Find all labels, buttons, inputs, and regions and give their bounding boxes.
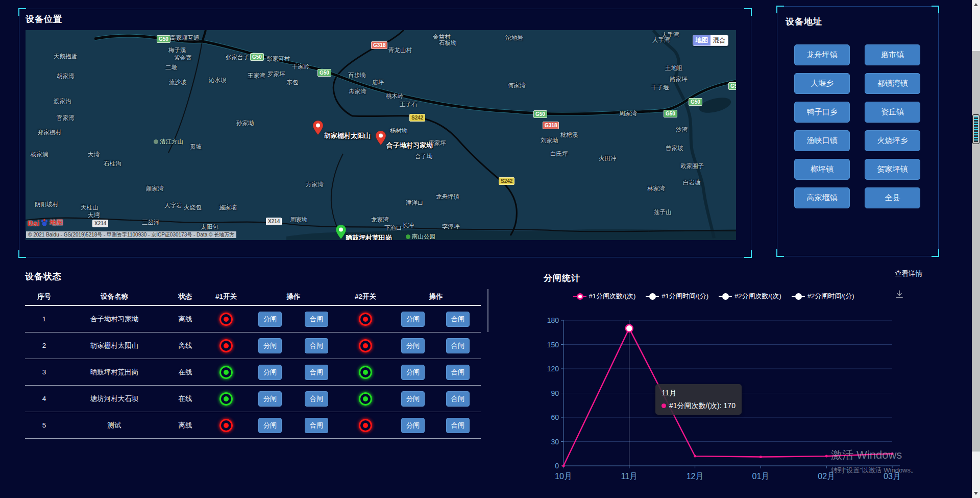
svg-text:120: 120: [547, 365, 559, 373]
baidu-logo-text: Bai: [28, 219, 39, 227]
map-place-label: 渡家沟: [54, 98, 71, 105]
map-type-map[interactable]: 地图: [693, 35, 710, 45]
legend-item-4[interactable]: #2分闸时间/(分): [792, 292, 854, 301]
address-button-12[interactable]: 全县: [865, 187, 920, 208]
map-place-label: 林家湾: [647, 185, 665, 193]
map-place-label: 火田冲: [599, 155, 617, 162]
map-place-label: 白岩塘: [683, 179, 701, 186]
open-switch-button[interactable]: 分闸: [401, 338, 425, 353]
cell-index: 2: [25, 342, 63, 349]
map-place-label: 天鹅抱蛋: [54, 53, 77, 60]
address-button-1[interactable]: 龙舟坪镇: [794, 44, 850, 65]
map-place-label: 人字岩: [164, 202, 182, 209]
cell-index: 3: [25, 368, 63, 376]
legend-item-1[interactable]: #1分闸次数/(次): [573, 292, 636, 301]
corner-decoration: [776, 6, 784, 13]
map-place-label: 曾家坡: [666, 145, 683, 152]
map-poi: 清江方山: [154, 138, 183, 146]
table-scrollbar[interactable]: [487, 289, 488, 332]
cell-status: 在线: [165, 394, 205, 404]
legend-label: #1分闸次数/(次): [589, 292, 636, 301]
close-switch-button[interactable]: 合闸: [446, 365, 470, 380]
map-copyright: © 2021 Baidu - GS(2019)5218号 - 甲测资字11009…: [26, 231, 236, 238]
address-button-3[interactable]: 大堰乡: [794, 73, 850, 94]
download-icon[interactable]: [894, 289, 904, 299]
address-button-5[interactable]: 鸭子口乡: [794, 102, 850, 123]
close-switch-button[interactable]: 合闸: [446, 418, 470, 433]
device-pin-label: 晒鼓坪村荒田岗: [346, 233, 392, 240]
scrollbar-marker-widget[interactable]: [972, 114, 979, 144]
status-indicator: [219, 366, 233, 379]
table-row: 5测试离线分闸合闸分闸合闸: [25, 412, 481, 439]
device-pin-icon[interactable]: [313, 121, 323, 135]
close-switch-button[interactable]: 合闸: [305, 418, 328, 433]
address-button-4[interactable]: 都镇湾镇: [865, 73, 920, 94]
view-details-link[interactable]: 查看详情: [895, 269, 922, 278]
watermark-line2: 转到“设置”以激活 Windows。: [831, 466, 917, 475]
open-switch-button[interactable]: 分闸: [258, 418, 282, 433]
map-place-label: 紫金寨: [174, 54, 192, 62]
address-button-8[interactable]: 火烧坪乡: [865, 130, 920, 151]
status-indicator: [219, 339, 233, 352]
close-switch-button[interactable]: 合闸: [305, 391, 328, 407]
cell-status: 在线: [165, 368, 205, 377]
open-switch-button[interactable]: 分闸: [258, 365, 282, 380]
column-header: 序号: [25, 292, 63, 301]
road-shield-s242: S242: [409, 114, 425, 122]
close-switch-button[interactable]: 合闸: [446, 391, 470, 407]
cell-index: 5: [25, 421, 63, 429]
status-indicator: [359, 392, 372, 406]
map-place-label: 罗家坪: [267, 70, 285, 78]
corner-decoration: [18, 250, 26, 258]
open-switch-button[interactable]: 分闸: [401, 391, 425, 407]
tooltip-series-row: #1分闸次数/(次): 170: [662, 401, 736, 411]
legend-item-3[interactable]: #2分闸次数/(次): [719, 292, 781, 301]
road-shield-g50: G50: [157, 35, 170, 43]
map-place-label: 梅子溪: [168, 46, 186, 54]
map-place-label: 沁水坝: [209, 77, 227, 84]
map-place-label: 孙家坳: [236, 120, 254, 127]
address-button-9[interactable]: 榔坪镇: [794, 159, 850, 180]
scrollbar-up-arrow-icon[interactable]: [974, 3, 978, 6]
map-place-label: 干子堰: [651, 84, 669, 91]
map-type-hybrid[interactable]: 混合: [710, 35, 728, 45]
map-poi: 南山公园: [406, 233, 435, 240]
open-switch-button[interactable]: 分闸: [401, 365, 425, 380]
map-place-label: 天柱山: [81, 204, 99, 211]
close-switch-button[interactable]: 合闸: [305, 365, 328, 380]
table-row: 2胡家棚村太阳山离线分闸合闸分闸合闸: [25, 333, 481, 359]
device-address-title: 设备地址: [786, 16, 822, 28]
scrollbar-down-arrow-icon[interactable]: [974, 492, 978, 495]
close-switch-button[interactable]: 合闸: [446, 338, 470, 353]
status-indicator: [219, 392, 233, 406]
address-button-2[interactable]: 磨市镇: [865, 44, 920, 65]
open-switch-button[interactable]: 分闸: [258, 312, 282, 327]
map-place-label: 土地咀: [665, 64, 683, 72]
table-row: 1合子坳村习家坳离线分闸合闸分闸合闸: [25, 306, 481, 333]
open-switch-button[interactable]: 分闸: [258, 338, 282, 353]
page-scrollbar-thumb[interactable]: [972, 51, 980, 452]
address-button-6[interactable]: 资丘镇: [865, 102, 920, 123]
road-shield-x214: X214: [266, 218, 282, 225]
address-button-10[interactable]: 贺家坪镇: [865, 159, 920, 180]
device-pin-icon[interactable]: [336, 225, 346, 239]
baidu-map[interactable]: 高家堰互通梅子溪紫金寨二墩流沙坡沁水坝张家台子王家湾罗家坪彭家河村千家岭东包百步…: [26, 30, 736, 240]
address-button-7[interactable]: 渔峡口镇: [794, 130, 850, 151]
device-pin-icon[interactable]: [376, 131, 386, 145]
map-place-label: 路家坪: [670, 76, 688, 83]
close-switch-button[interactable]: 合闸: [305, 338, 328, 353]
corner-decoration: [932, 249, 939, 257]
map-place-label: 大湾: [88, 151, 100, 158]
road-shield-s242: S242: [499, 177, 514, 185]
close-switch-button[interactable]: 合闸: [446, 312, 470, 327]
map-place-label: 白氏坪: [550, 150, 568, 158]
map-place-label: 桃木岭: [386, 92, 404, 100]
road-shield-g318: G318: [543, 122, 559, 129]
address-button-11[interactable]: 高家堰镇: [794, 187, 850, 208]
close-switch-button[interactable]: 合闸: [305, 312, 328, 327]
open-switch-button[interactable]: 分闸: [401, 312, 425, 327]
open-switch-button[interactable]: 分闸: [401, 418, 425, 433]
svg-text:60: 60: [551, 413, 559, 421]
legend-item-2[interactable]: #1分闸时间/(分): [646, 292, 708, 301]
open-switch-button[interactable]: 分闸: [258, 391, 282, 407]
